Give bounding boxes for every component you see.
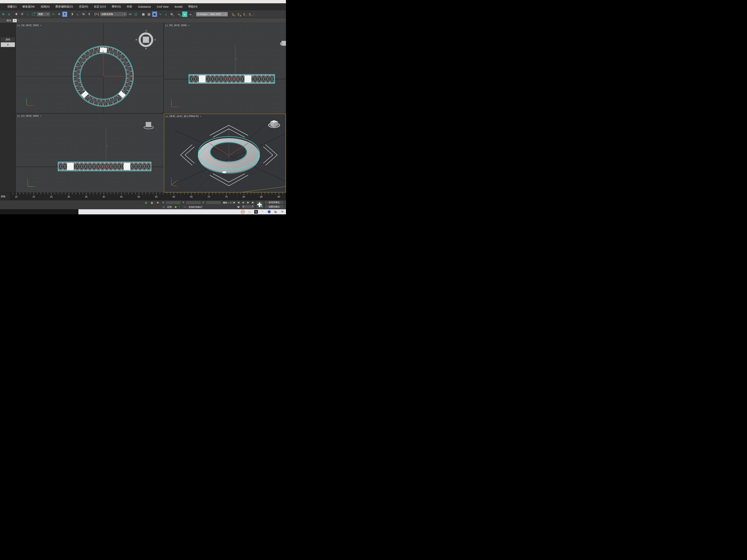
z-coordinate-field[interactable] xyxy=(206,201,221,204)
curve-editor-icon[interactable]: ∿ xyxy=(158,11,163,17)
align-icon[interactable]: ◫ xyxy=(133,11,138,17)
select-region-icon[interactable]: ⬚ xyxy=(25,11,30,17)
edit-named-selection-sets-icon[interactable]: {✎} xyxy=(94,11,99,17)
viewport-perspective[interactable]: y x z x y [+] [透视] [标准] [默认明暗处理] ▼ xyxy=(164,113,286,192)
key-filters-button[interactable] xyxy=(284,205,286,209)
time-tag-clock-icon[interactable]: ◔ xyxy=(182,205,187,209)
select-and-link-icon[interactable]: ⧉ xyxy=(1,11,6,17)
previous-frame-button[interactable]: ◀| xyxy=(236,201,241,204)
rendered-frame-window-icon[interactable]: ☕ xyxy=(182,11,187,17)
menu-scripting[interactable]: 脚本(S) xyxy=(109,4,124,9)
viewport-shading[interactable]: [线框] xyxy=(33,114,39,117)
spinner-snap-icon[interactable]: ⇕⌒ xyxy=(87,11,92,17)
axis-constraint-icon[interactable]: ✛ xyxy=(56,11,62,17)
go-to-start-button[interactable]: |◀ xyxy=(232,201,236,204)
viewport-view-name[interactable]: [前] xyxy=(169,24,173,27)
asset-tracking-icon[interactable]: ▯⌗ xyxy=(242,11,247,17)
render-setup-icon[interactable]: ☕⚙ xyxy=(177,11,182,17)
fill-dropdown-button[interactable]: ▼ xyxy=(13,19,17,22)
snap-toggle-icon[interactable]: ⫯⫰ xyxy=(51,11,56,17)
paint-select-icon[interactable]: ◯✎ xyxy=(31,11,36,17)
material-import-icon[interactable]: ⤓ xyxy=(163,11,169,17)
compass-south[interactable]: 南 xyxy=(145,47,147,50)
layer-manager-icon[interactable]: ▦ xyxy=(141,11,146,17)
view-reference-dropdown[interactable]: 视图▼ xyxy=(36,12,50,17)
compass-west[interactable]: 西 xyxy=(135,38,137,41)
snip-tool-icon[interactable]: ⿻ xyxy=(248,210,251,214)
selection-lock-icon[interactable]: 🔒 xyxy=(150,201,154,204)
transform-gizmo-icon[interactable]: ❖ xyxy=(155,201,160,204)
workspace-settings-icon[interactable]: ▯⚙ xyxy=(230,11,235,17)
add-time-tag-label[interactable]: 添加时间标记 xyxy=(188,206,202,209)
menu-content[interactable]: 内容 xyxy=(124,4,135,9)
security-shield-icon[interactable] xyxy=(267,210,271,214)
project-path-field[interactable]: C:\Users\··· Max 2022▼ xyxy=(196,12,228,17)
play-button[interactable]: ▶ xyxy=(241,201,246,204)
schematic-view-icon[interactable]: ⧉✛ xyxy=(169,11,174,17)
chevron-down-icon[interactable]: ▼ xyxy=(200,115,202,117)
viewport-view-name[interactable]: [顶] xyxy=(21,24,24,27)
viewport-maximize[interactable]: [+] xyxy=(165,115,168,118)
selected-filter-dropdown[interactable]: 选定 xyxy=(284,201,286,204)
viewport-maximize[interactable]: [+] xyxy=(165,24,168,27)
mouse-mode-icon[interactable]: 🖰 xyxy=(161,205,166,209)
viewcube-compass[interactable]: 北 东 南 西 xyxy=(137,31,155,49)
ribbon-toggle-icon[interactable]: ▣ xyxy=(152,11,157,17)
menu-animation[interactable]: 动画(A) xyxy=(38,4,52,9)
menu-modifiers[interactable]: 修改器(M) xyxy=(20,4,37,9)
viewport-front[interactable]: z z x [+] [前] [标准] [线框] ▼ xyxy=(164,23,286,113)
mirror-icon[interactable]: ⋈ xyxy=(128,11,133,17)
y-coordinate-field[interactable] xyxy=(186,201,201,204)
menu-graph-editors[interactable]: 图形编辑器(D) xyxy=(53,4,76,9)
ime-indicator[interactable]: 中 xyxy=(281,210,284,214)
toolbar-drag-handle[interactable] xyxy=(194,11,195,17)
tray-badge-88[interactable]: 88 xyxy=(241,210,245,214)
viewport-view-name[interactable]: [左] xyxy=(21,114,24,117)
viewport-maximize[interactable]: [+] xyxy=(17,24,20,27)
isolate-selection-icon[interactable]: ▮ xyxy=(144,201,149,204)
viewport-renderer[interactable]: [标准] xyxy=(177,115,182,118)
x-coordinate-field[interactable] xyxy=(165,201,181,204)
viewport-left[interactable]: z z y [+] [左] [标准] [线框] ▼ xyxy=(16,113,164,192)
key-step-toggle[interactable]: ◀▶ xyxy=(236,205,240,209)
viewport-view-name[interactable]: [透视] xyxy=(170,115,175,118)
frame-spinner[interactable]: ▲▼ xyxy=(252,205,253,207)
menu-create[interactable]: 创建(C) xyxy=(5,4,19,9)
freeze-button[interactable]: ✳ xyxy=(1,42,15,47)
next-frame-button[interactable]: |▶ xyxy=(246,201,250,204)
chevron-down-icon[interactable]: ▼ xyxy=(40,115,42,117)
viewcube-top-face[interactable] xyxy=(143,36,149,43)
viewport-shading[interactable]: [默认明暗处理] xyxy=(184,115,199,118)
menu-substance[interactable]: Substance xyxy=(135,4,154,9)
project-folder-icon[interactable]: ▯▮ xyxy=(236,11,241,17)
tray-expand-chevron-icon[interactable]: ⌃ xyxy=(261,210,264,214)
viewport-shading[interactable]: [线框] xyxy=(181,24,187,27)
render-production-icon[interactable]: ☕⚡ xyxy=(188,11,193,17)
tray-search-icon[interactable] xyxy=(254,210,258,214)
viewport-renderer[interactable]: [标准] xyxy=(26,24,32,27)
select-object-button[interactable]: ⬆ xyxy=(62,11,67,17)
compass-north[interactable]: 北 xyxy=(145,30,147,32)
menu-arnold[interactable]: Arnold xyxy=(172,4,185,9)
cursor-tool-icon[interactable] xyxy=(274,210,278,214)
move-arrows-icon[interactable]: ✥ xyxy=(14,11,19,17)
compass-east[interactable]: 东 xyxy=(154,38,156,41)
menu-help[interactable]: 帮助(H) xyxy=(186,4,200,9)
menu-civil-view[interactable]: Civil View xyxy=(154,4,171,9)
menu-rendering[interactable]: 渲染(R) xyxy=(76,4,91,9)
viewport-renderer[interactable]: [标准] xyxy=(26,114,32,117)
set-key-button[interactable]: 设置关键点 xyxy=(264,205,284,209)
auto-key-button[interactable]: 自动关键点 xyxy=(264,201,284,204)
menu-customize[interactable]: 自定义(U) xyxy=(92,4,108,9)
viewcube[interactable] xyxy=(143,121,154,130)
unlink-selection-icon[interactable]: ⧄ xyxy=(6,11,11,17)
scene-explorer-icon[interactable]: ▤ xyxy=(147,11,152,17)
angle-snap-icon[interactable]: ∟⌒ xyxy=(75,11,80,17)
external-reference-icon[interactable]: ▯⌗ xyxy=(247,11,252,17)
set-key-big-button[interactable] xyxy=(256,201,264,209)
degradation-toggle[interactable]: 0 xyxy=(178,205,181,209)
time-ruler[interactable]: 15202530354045505560657075808590 xyxy=(10,193,286,200)
go-to-end-button[interactable]: ▶| xyxy=(251,201,255,204)
named-selection-set-dropdown[interactable]: 创建选择集▼ xyxy=(100,12,127,17)
toolbar-drag-handle[interactable] xyxy=(253,11,254,17)
